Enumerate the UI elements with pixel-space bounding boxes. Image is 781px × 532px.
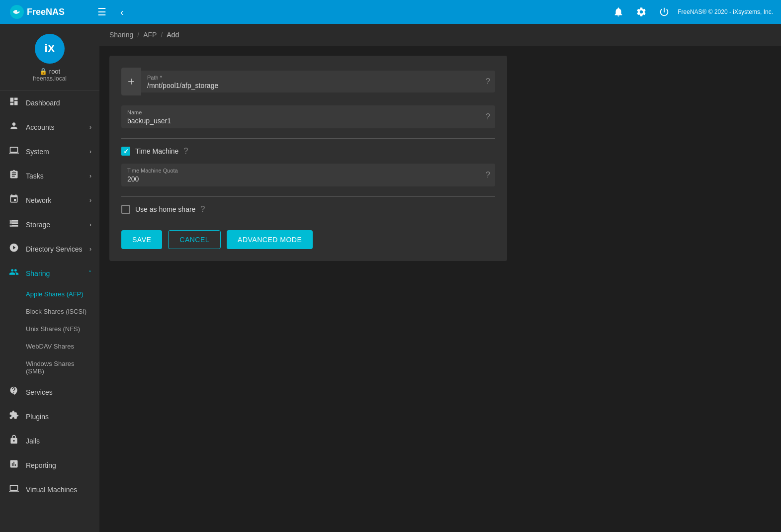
settings-icon[interactable]	[632, 4, 651, 19]
sidebar-item-services[interactable]: Services	[0, 380, 99, 404]
sidebar-item-label: Network	[26, 196, 84, 204]
form-divider	[121, 222, 495, 222]
name-help-icon[interactable]: ?	[486, 112, 490, 121]
quota-field-wrapper: Time Machine Quota ?	[121, 164, 495, 186]
name-input[interactable]	[127, 117, 489, 125]
content-area: Sharing / AFP / Add Path * /mnt/pool1/af…	[99, 24, 781, 532]
breadcrumb-add: Add	[167, 31, 179, 39]
quota-help-icon[interactable]: ?	[486, 171, 490, 179]
sidebar-item-network[interactable]: Network ›	[0, 188, 99, 212]
copyright-text: FreeNAS® © 2020 - iXsystems, Inc.	[678, 8, 773, 15]
path-row: Path * /mnt/pool1/afp_storage ?	[121, 68, 495, 95]
chevron-right-icon: ›	[89, 173, 91, 179]
sidebar-item-label: Accounts	[26, 123, 84, 131]
checkmark-icon: ✓	[123, 148, 129, 155]
breadcrumb-afp[interactable]: AFP	[143, 31, 157, 39]
form-card: Path * /mnt/pool1/afp_storage ? Name ? ✓	[109, 56, 507, 261]
storage-icon	[8, 218, 20, 231]
iscsi-label: Block Shares (iSCSI)	[26, 308, 87, 315]
sidebar-item-directory-services[interactable]: Directory Services ›	[0, 237, 99, 261]
field-divider-1	[121, 138, 495, 139]
jails-icon	[8, 435, 20, 447]
chevron-right-icon: ›	[89, 221, 91, 228]
sidebar-item-virtual-machines[interactable]: Virtual Machines	[0, 477, 99, 502]
topbar-right: FreeNAS® © 2020 - iXsystems, Inc.	[609, 4, 773, 19]
form-area: Path * /mnt/pool1/afp_storage ? Name ? ✓	[99, 46, 781, 532]
sidebar-item-tasks[interactable]: Tasks ›	[0, 164, 99, 188]
system-icon	[8, 145, 20, 158]
path-label: Path *	[147, 75, 489, 81]
sidebar-subitem-iscsi[interactable]: Block Shares (iSCSI)	[0, 303, 99, 320]
button-row: SAVE CANCEL ADVANCED MODE	[121, 230, 495, 249]
chevron-right-icon: ›	[89, 246, 91, 253]
sidebar-item-dashboard[interactable]: Dashboard	[0, 90, 99, 115]
save-button[interactable]: SAVE	[121, 230, 162, 249]
time-machine-label: Time Machine	[135, 147, 178, 155]
nfs-label: Unix Shares (NFS)	[26, 325, 80, 333]
tasks-icon	[8, 170, 20, 182]
field-divider-2	[121, 196, 495, 197]
path-field: Path * /mnt/pool1/afp_storage ?	[141, 71, 495, 92]
dashboard-icon	[8, 96, 20, 109]
sidebar-subitem-afp[interactable]: Apple Shares (AFP)	[0, 285, 99, 303]
afp-label: Apple Shares (AFP)	[26, 290, 84, 298]
webdav-label: WebDAV Shares	[26, 343, 74, 350]
network-icon	[8, 194, 20, 206]
power-icon[interactable]	[655, 4, 674, 19]
menu-icon[interactable]: ☰	[93, 4, 110, 20]
sidebar-item-system[interactable]: System ›	[0, 139, 99, 164]
quota-input[interactable]	[127, 175, 489, 183]
sidebar-item-label: Sharing	[26, 269, 83, 277]
breadcrumb: Sharing / AFP / Add	[99, 24, 781, 46]
topbar: FreeNAS ☰ ‹ FreeNAS® © 2020 - iXsystems,…	[0, 0, 781, 24]
sidebar-item-label: Services	[26, 388, 91, 396]
notifications-icon[interactable]	[609, 4, 628, 19]
sidebar-item-plugins[interactable]: Plugins	[0, 404, 99, 429]
sidebar-subitem-webdav[interactable]: WebDAV Shares	[0, 338, 99, 355]
path-value: /mnt/pool1/afp_storage	[147, 82, 489, 89]
time-machine-row: ✓ Time Machine ?	[121, 147, 495, 156]
cancel-button[interactable]: CANCEL	[168, 230, 221, 249]
main-layout: iX 🔒 root freenas.local Dashboard Accoun…	[0, 24, 781, 532]
path-add-button[interactable]	[121, 68, 141, 95]
sidebar-item-label: System	[26, 148, 84, 156]
services-icon	[8, 386, 20, 398]
chevron-right-icon: ›	[89, 197, 91, 204]
sidebar-item-label: Directory Services	[26, 245, 84, 253]
advanced-mode-button[interactable]: ADVANCED MODE	[227, 230, 313, 249]
sidebar-subitem-smb[interactable]: Windows Shares (SMB)	[0, 355, 99, 380]
reporting-icon	[8, 459, 20, 471]
sidebar: iX 🔒 root freenas.local Dashboard Accoun…	[0, 24, 99, 532]
sidebar-item-jails[interactable]: Jails	[0, 429, 99, 453]
breadcrumb-sharing[interactable]: Sharing	[109, 31, 133, 39]
sidebar-item-label: Storage	[26, 221, 84, 229]
vm-icon	[8, 483, 20, 496]
home-share-help-icon[interactable]: ?	[200, 205, 205, 214]
sidebar-item-reporting[interactable]: Reporting	[0, 453, 99, 477]
sidebar-item-label: Reporting	[26, 461, 91, 469]
avatar: iX	[35, 34, 65, 64]
back-icon[interactable]: ‹	[116, 4, 128, 20]
sidebar-item-sharing[interactable]: Sharing ˄	[0, 261, 99, 285]
svg-text:FreeNAS: FreeNAS	[27, 7, 65, 17]
breadcrumb-sep-1: /	[137, 31, 139, 39]
chevron-up-icon: ˄	[88, 270, 91, 277]
sidebar-item-accounts[interactable]: Accounts ›	[0, 115, 99, 139]
sidebar-subitem-nfs[interactable]: Unix Shares (NFS)	[0, 320, 99, 338]
path-help-icon[interactable]: ?	[486, 77, 490, 86]
sidebar-item-storage[interactable]: Storage ›	[0, 212, 99, 237]
username-display: 🔒 root	[39, 68, 60, 75]
app-logo: FreeNAS	[8, 2, 87, 22]
topbar-left: FreeNAS ☰ ‹	[8, 2, 128, 22]
home-share-label: Use as home share	[135, 205, 195, 213]
chevron-right-icon: ›	[89, 124, 91, 131]
time-machine-checkbox[interactable]: ✓	[121, 147, 130, 156]
time-machine-help-icon[interactable]: ?	[183, 147, 188, 156]
user-profile: iX 🔒 root freenas.local	[0, 24, 99, 90]
home-share-row: Use as home share ?	[121, 205, 495, 214]
directory-icon	[8, 243, 20, 255]
home-share-checkbox[interactable]	[121, 205, 130, 214]
plugins-icon	[8, 410, 20, 423]
smb-label: Windows Shares (SMB)	[26, 360, 91, 375]
name-field-wrapper: Name ?	[121, 105, 495, 128]
